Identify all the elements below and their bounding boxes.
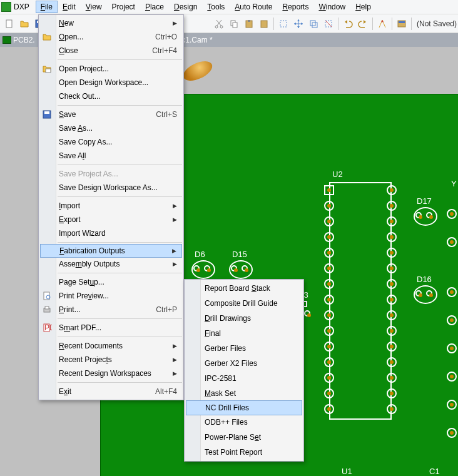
submenu-power-plane[interactable]: Power-Plane Set	[185, 430, 303, 445]
move-button[interactable]	[292, 17, 305, 31]
paste-special-button[interactable]	[257, 17, 271, 31]
menu-recent-workspaces[interactable]: Recent Design Workspaces▶	[39, 367, 183, 380]
menu-place[interactable]: Place	[140, 1, 169, 13]
silk-u1: U1	[342, 467, 352, 476]
menu-fabrication-outputs[interactable]: Fabrication Outputs▶	[40, 244, 182, 258]
svg-rect-11	[280, 21, 287, 27]
pad	[324, 310, 334, 320]
submenu-composite-drill[interactable]: Composite Drill Guide	[185, 296, 303, 311]
menu-close[interactable]: CloseCtrl+F4	[39, 44, 183, 58]
pcb-icon	[3, 36, 11, 44]
menu-page-setup[interactable]: Page Setup...	[39, 275, 183, 289]
silk-d16: D16	[417, 275, 432, 284]
svg-text:PDF: PDF	[44, 323, 52, 332]
redo-button[interactable]	[356, 17, 370, 31]
menu-check-out[interactable]: Check Out...	[39, 89, 183, 103]
submenu-test-point[interactable]: Test Point Report	[185, 445, 303, 460]
shortcut: Ctrl+O	[155, 33, 177, 41]
svg-rect-25	[45, 306, 49, 309]
preview-icon	[42, 291, 52, 301]
separator	[338, 18, 338, 30]
pad	[387, 357, 397, 367]
silk-y: Y	[451, 179, 457, 188]
svg-rect-21	[44, 111, 49, 114]
silk-c1: C1	[429, 467, 440, 476]
menu-tools[interactable]: Tools	[202, 1, 230, 13]
menu-open-workspace[interactable]: Open Design Workspace...	[39, 76, 183, 89]
pad	[324, 248, 334, 258]
tab-cam[interactable]: ic1.Cam *	[180, 36, 213, 44]
menu-separator	[58, 105, 182, 106]
deselect-button[interactable]	[322, 17, 335, 31]
pad	[447, 428, 457, 438]
pad	[447, 237, 457, 247]
pad	[193, 265, 200, 271]
menu-view[interactable]: View	[81, 1, 107, 13]
menu-import[interactable]: Import▶	[39, 199, 183, 213]
paste-button[interactable]	[242, 17, 256, 31]
submenu-drill-drawings[interactable]: Drill Drawings	[185, 311, 303, 326]
run-button[interactable]	[375, 17, 389, 31]
pad	[324, 404, 334, 414]
menu-import-wizard[interactable]: Import Wizard	[39, 226, 183, 240]
new-doc-button[interactable]	[3, 17, 16, 31]
pad	[387, 185, 397, 195]
pad	[387, 201, 397, 211]
tab-pcb[interactable]: PCB2.	[3, 36, 35, 44]
menu-smart-pdf[interactable]: PDFSmart PDF...	[39, 321, 183, 335]
menu-exit[interactable]: ExitAlt+F4	[39, 385, 183, 398]
submenu-gerber[interactable]: Gerber Files	[185, 341, 303, 356]
menu-print-preview[interactable]: Print Preview...	[39, 289, 183, 303]
panel-button[interactable]	[395, 17, 409, 31]
pad	[324, 357, 334, 367]
submenu-nc-drill[interactable]: NC Drill Files	[186, 400, 302, 415]
menu-export[interactable]: Export▶	[39, 213, 183, 226]
pad	[387, 373, 397, 383]
menu-open[interactable]: Open...Ctrl+O	[39, 30, 183, 44]
menu-design[interactable]: Design	[169, 1, 202, 13]
pad	[324, 263, 334, 273]
pad	[447, 372, 457, 382]
cut-button[interactable]	[212, 17, 226, 31]
menu-assembly-outputs[interactable]: Assembly Outputs▶	[39, 257, 183, 271]
menu-print[interactable]: Print...Ctrl+P	[39, 303, 183, 316]
submenu-mask-set[interactable]: Mask Set	[185, 386, 303, 401]
comp-u2-outline	[329, 182, 392, 420]
menu-save-workspace[interactable]: Save Design Workspace As...	[39, 181, 183, 195]
tab-label: ic1.Cam *	[180, 36, 213, 44]
submenu-ipc2581[interactable]: IPC-2581	[185, 371, 303, 386]
svg-point-16	[382, 20, 384, 22]
submenu-gerber-x2[interactable]: Gerber X2 Files	[185, 356, 303, 371]
menu-save[interactable]: SaveCtrl+S	[39, 108, 183, 121]
menu-autoroute[interactable]: Auto Route	[230, 1, 277, 13]
menu-save-copy[interactable]: Save Copy As...	[39, 135, 183, 149]
menu-help[interactable]: Help	[350, 1, 376, 13]
menu-recent-documents[interactable]: Recent Documents▶	[39, 339, 183, 353]
undo-button[interactable]	[341, 17, 355, 31]
saved-status: (Not Saved)	[417, 19, 457, 28]
menu-save-as[interactable]: Save As...	[39, 121, 183, 135]
submenu-odb[interactable]: ODB++ Files	[185, 415, 303, 430]
open-button[interactable]	[18, 17, 31, 31]
pad	[415, 290, 422, 296]
menu-recent-projects[interactable]: Recent Projects▶	[39, 353, 183, 367]
silk-d15: D15	[232, 250, 247, 259]
menu-separator	[58, 318, 182, 319]
menu-save-all[interactable]: Save All	[39, 149, 183, 163]
pad	[324, 201, 334, 211]
svg-rect-12	[310, 21, 315, 26]
copy-button[interactable]	[227, 17, 241, 31]
menu-file[interactable]: File	[36, 1, 58, 13]
submenu-final[interactable]: Final	[185, 326, 303, 341]
menu-open-project[interactable]: Open Project...	[39, 62, 183, 76]
pcb-fiducial	[180, 58, 215, 85]
menu-project[interactable]: Project	[107, 1, 140, 13]
select-button[interactable]	[277, 17, 290, 31]
menu-separator	[58, 273, 182, 273]
drag-button[interactable]	[307, 17, 320, 31]
menu-window[interactable]: Window	[313, 1, 350, 13]
submenu-report-board-stack[interactable]: Report Board Stack	[185, 281, 303, 296]
menu-new[interactable]: New▶	[39, 16, 183, 30]
menu-reports[interactable]: Reports	[277, 1, 313, 13]
menu-edit[interactable]: Edit	[58, 1, 81, 13]
